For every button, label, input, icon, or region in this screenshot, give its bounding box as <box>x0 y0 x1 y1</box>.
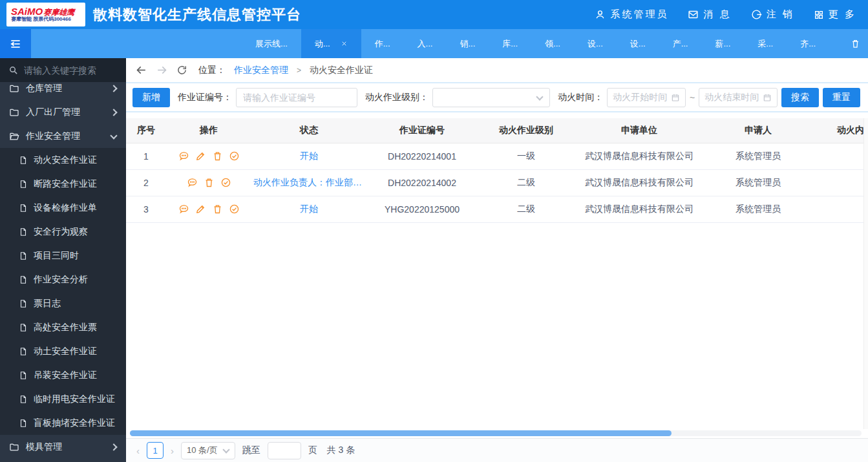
cell-operations <box>166 196 251 222</box>
sidebar-item[interactable]: 吊装安全作业证 <box>0 363 126 387</box>
top-header: SAiMO赛摩雄鹰 赛摩智能 股票代码300466 散料数智化生产线信息管控平台… <box>0 0 868 29</box>
cell-operations <box>166 169 251 196</box>
sidebar-item-label: 作业安全分析 <box>34 274 88 286</box>
approve-icon[interactable] <box>229 151 240 162</box>
edit-icon[interactable] <box>195 151 206 162</box>
messages-button[interactable]: 消 息 <box>688 8 731 21</box>
sidebar-item[interactable]: 设备检修作业单 <box>0 196 126 220</box>
tab[interactable]: 薪... <box>701 29 744 58</box>
tab[interactable]: 展示线... <box>242 29 301 58</box>
sidebar-search[interactable] <box>0 58 126 82</box>
sidebar-item[interactable]: 高处安全作业票 <box>0 315 126 339</box>
breadcrumb-prefix: 位置： <box>198 65 226 76</box>
back-icon[interactable] <box>135 64 147 76</box>
close-all-tabs-button[interactable] <box>848 29 863 58</box>
comment-icon[interactable] <box>178 151 189 162</box>
tab[interactable]: 销... <box>446 29 489 58</box>
sidebar-item[interactable]: 断路安全作业证 <box>0 172 126 196</box>
jump-page-input[interactable] <box>268 442 301 459</box>
table-area: 序号操作状态作业证编号动火作业级别申请单位申请人动火内 1开始DH2022021… <box>126 112 868 438</box>
sidebar-item[interactable]: 作业安全分析 <box>0 268 126 291</box>
sidebar-section-label: 入厂出厂管理 <box>26 107 80 118</box>
messages-label: 消 息 <box>703 8 731 21</box>
chevron-down-icon <box>536 94 543 101</box>
sidebar-section[interactable]: 入厂出厂管理 <box>0 100 126 124</box>
delete-icon[interactable] <box>204 177 215 188</box>
status-link[interactable]: 开始 <box>300 151 318 162</box>
sidebar-item[interactable]: 动火安全作业证 <box>0 148 126 172</box>
page-number-button[interactable]: 1 <box>147 442 164 459</box>
tab[interactable]: 入... <box>404 29 447 58</box>
forward-icon[interactable] <box>156 64 168 76</box>
tab[interactable]: 作... <box>361 29 404 58</box>
filter-bar: 新增 作业证编号： 动火作业级别： 动火时间： 动火开始时间 ~ 动火结束时间 <box>126 83 868 112</box>
sidebar-menu: 仓库管理入厂出厂管理作业安全管理动火安全作业证断路安全作业证设备检修作业单安全行… <box>0 76 126 459</box>
more-button[interactable]: 更 多 <box>814 8 856 21</box>
sidebar-section[interactable]: 作业安全管理 <box>0 124 126 148</box>
sidebar-item[interactable]: 票日志 <box>0 291 126 315</box>
chevron-down-icon <box>111 133 117 140</box>
page-size-select[interactable]: 10 条/页 <box>181 442 235 459</box>
cell-level: 二级 <box>478 196 575 222</box>
jump-label: 跳至 <box>242 445 260 456</box>
breadcrumb-parent-link[interactable]: 作业安全管理 <box>234 65 288 76</box>
tab-close-icon[interactable] <box>341 40 348 47</box>
cert-number-input[interactable] <box>236 88 357 107</box>
tab[interactable]: 产... <box>659 29 702 58</box>
comment-icon[interactable] <box>178 204 189 215</box>
tab[interactable]: 齐... <box>787 29 829 58</box>
logout-label: 注 销 <box>767 8 794 21</box>
cell-cert: DH20220214002 <box>366 169 478 196</box>
collapse-menu-icon <box>9 37 22 50</box>
logout-button[interactable]: 注 销 <box>751 8 794 21</box>
add-button[interactable]: 新增 <box>132 88 170 107</box>
page-title: 散料数智化生产线信息管控平台 <box>93 5 301 25</box>
status-link[interactable]: 开始 <box>300 204 318 215</box>
reset-button[interactable]: 重置 <box>823 88 860 107</box>
tab[interactable]: 动... <box>301 29 361 58</box>
calendar-icon <box>671 93 680 102</box>
column-header: 动火内 <box>812 118 868 143</box>
sidebar-search-input[interactable] <box>24 65 114 76</box>
jump-suffix: 页 <box>308 445 317 456</box>
tab[interactable]: 领... <box>531 29 574 58</box>
sidebar-item[interactable]: 盲板抽堵安全作业证 <box>0 411 126 435</box>
comment-icon[interactable] <box>187 177 198 188</box>
cell-seq: 2 <box>126 169 166 196</box>
breadcrumb-current: 动火安全作业证 <box>310 65 373 76</box>
horizontal-scrollbar-thumb[interactable] <box>130 430 672 436</box>
search-button[interactable]: 搜索 <box>781 88 819 107</box>
end-time-picker[interactable]: 动火结束时间 <box>699 88 778 107</box>
tab[interactable]: 采... <box>744 29 787 58</box>
delete-icon[interactable] <box>212 151 223 162</box>
approve-icon[interactable] <box>229 204 240 215</box>
prev-page-button[interactable]: ‹ <box>136 445 140 456</box>
tab-label: 动... <box>315 38 330 50</box>
delete-icon[interactable] <box>212 204 223 215</box>
status-link[interactable]: 动火作业负责人：作业部门... <box>253 177 365 189</box>
sidebar-item[interactable]: 安全行为观察 <box>0 220 126 244</box>
refresh-icon[interactable] <box>176 65 187 76</box>
fire-level-select[interactable] <box>432 88 550 107</box>
sidebar-section-label: 仓库管理 <box>26 83 62 94</box>
folder-icon <box>9 83 19 94</box>
tab-label: 齐... <box>800 38 816 50</box>
column-header: 申请单位 <box>575 118 704 143</box>
table-row: 3开始YHG20220125000二级武汉博晟信息科技有限公司系统管理员 <box>126 196 868 222</box>
tab[interactable]: 设... <box>574 29 617 58</box>
sidebar-item[interactable]: 动土安全作业证 <box>0 339 126 363</box>
edit-icon[interactable] <box>195 204 206 215</box>
sidebar-section[interactable]: 模具管理 <box>0 435 126 459</box>
main-content: 位置： 作业安全管理 > 动火安全作业证 新增 作业证编号： 动火作业级别： 动… <box>126 58 868 462</box>
tab[interactable]: 库... <box>489 29 531 58</box>
sidebar-item[interactable]: 项目三同时 <box>0 244 126 268</box>
tab[interactable]: 设... <box>617 29 659 58</box>
sidebar-item[interactable]: 临时用电安全作业证 <box>0 387 126 411</box>
next-page-button[interactable]: › <box>171 445 174 456</box>
user-menu[interactable]: 系统管理员 <box>595 8 668 21</box>
sidebar-collapse-button[interactable] <box>0 29 31 58</box>
start-time-picker[interactable]: 动火开始时间 <box>607 88 686 107</box>
approve-icon[interactable] <box>220 177 231 188</box>
vertical-scrollbar[interactable] <box>863 118 868 429</box>
file-icon <box>19 251 28 260</box>
